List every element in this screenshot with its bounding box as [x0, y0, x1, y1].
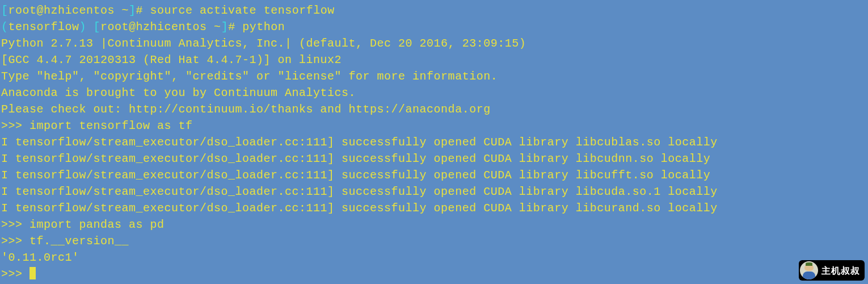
- conda-env: tensorflow: [9, 20, 79, 34]
- paren-open: (: [1, 20, 9, 34]
- python-command: import pandas as pd: [30, 218, 165, 231]
- python-prompt: >>>: [1, 268, 30, 281]
- bracket-open: [: [94, 20, 101, 34]
- watermark-badge: 主机叔叔: [799, 260, 865, 281]
- repl-line: >>> tf.__version__: [1, 233, 867, 249]
- output-line: Type "help", "copyright", "credits" or "…: [1, 68, 867, 85]
- terminal-window[interactable]: [root@hzhicentos ~]# source activate ten…: [0, 0, 868, 284]
- bracket-close: ]: [221, 20, 229, 34]
- shell-line: (tensorflow) [root@hzhicentos ~]# python: [1, 19, 867, 35]
- python-prompt: >>>: [1, 218, 30, 231]
- output-line: I tensorflow/stream_executor/dso_loader.…: [1, 200, 867, 216]
- output-line: I tensorflow/stream_executor/dso_loader.…: [1, 151, 867, 167]
- bracket-open: [: [1, 4, 9, 17]
- watermark-text: 主机叔叔: [821, 262, 860, 279]
- shell-line: [root@hzhicentos ~]# source activate ten…: [1, 2, 867, 19]
- output-line: [GCC 4.4.7 20120313 (Red Hat 4.4.7-1)] o…: [1, 52, 867, 68]
- repl-line: >>>: [1, 266, 867, 282]
- python-prompt: >>>: [1, 119, 30, 132]
- python-command: import tensorflow as tf: [30, 119, 193, 132]
- terminal-cursor[interactable]: [30, 267, 36, 279]
- watermark-avatar-icon: [800, 261, 818, 279]
- output-line: I tensorflow/stream_executor/dso_loader.…: [1, 134, 867, 151]
- python-command: tf.__version__: [30, 235, 129, 248]
- repl-line: >>> import tensorflow as tf: [1, 118, 867, 134]
- output-line: Anaconda is brought to you by Continuum …: [1, 85, 867, 101]
- output-line: I tensorflow/stream_executor/dso_loader.…: [1, 183, 867, 200]
- shell-command: source activate tensorflow: [150, 4, 335, 17]
- output-line: '0.11.0rc1': [1, 249, 867, 266]
- shell-prompt: root@hzhicentos ~: [100, 20, 221, 34]
- repl-line: >>> import pandas as pd: [1, 216, 867, 233]
- shell-command: python: [242, 20, 285, 34]
- bracket-close: ]: [129, 4, 136, 17]
- shell-prompt: root@hzhicentos ~: [9, 4, 129, 17]
- hash: #: [136, 4, 150, 17]
- python-prompt: >>>: [1, 235, 30, 248]
- output-line: Python 2.7.13 |Continuum Analytics, Inc.…: [1, 35, 867, 52]
- output-line: Please check out: http://continuum.io/th…: [1, 101, 867, 118]
- paren-close: ): [79, 20, 94, 34]
- hash: #: [228, 20, 242, 34]
- output-line: I tensorflow/stream_executor/dso_loader.…: [1, 167, 867, 183]
